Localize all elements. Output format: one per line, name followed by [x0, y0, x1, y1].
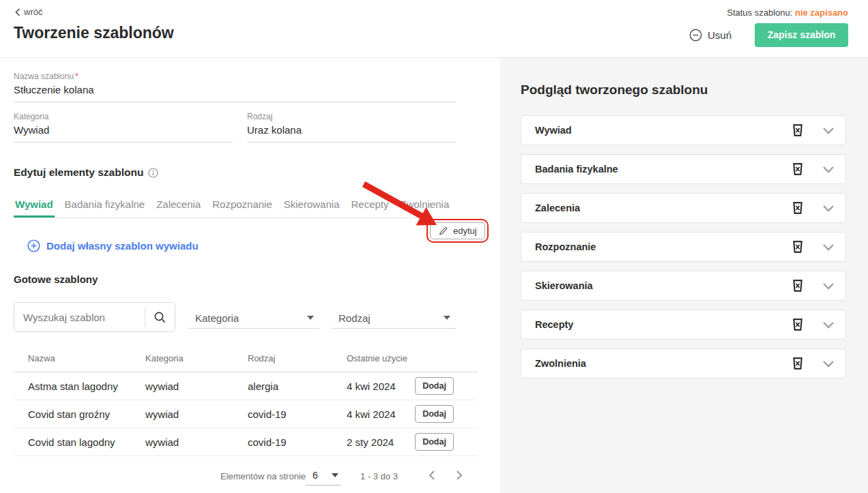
save-template-button[interactable]: Zapisz szablon	[755, 23, 848, 47]
template-kind-label: Rodzaj	[247, 112, 456, 121]
templates-table: Nazwa Kategoria Rodzaj Ostatnie użycie A…	[14, 344, 478, 456]
preview-section-zalecenia[interactable]: Zalecenia	[521, 193, 846, 223]
column-header-rodzaj: Rodzaj	[248, 353, 347, 363]
cell-last-used: 4 kwi 2024	[347, 380, 415, 392]
template-kind-value: Uraz kolana	[247, 124, 456, 142]
add-own-template-label: Dodaj własny szablon wywiadu	[46, 240, 199, 252]
preview-section-recepty[interactable]: Recepty	[521, 310, 846, 340]
delete-button[interactable]: Usuń	[689, 29, 732, 42]
column-header-kategoria: Kategoria	[145, 353, 248, 363]
chevron-down-icon[interactable]	[822, 282, 835, 290]
trash-x-icon[interactable]	[792, 123, 804, 137]
cell-name: Covid stan lagodny	[28, 436, 145, 448]
tab-wywiad[interactable]: Wywiad	[14, 198, 55, 218]
header: wróć Tworzenie szablonów Status szablonu…	[0, 0, 868, 58]
header-actions: Usuń Zapisz szablon	[689, 23, 848, 47]
trash-x-icon[interactable]	[792, 357, 804, 370]
section-label: Badania fizykalne	[535, 164, 792, 175]
cell-name: Astma stan lagodny	[28, 380, 145, 392]
template-category-label: Kategoria	[14, 112, 233, 121]
info-circle-icon[interactable]	[148, 168, 158, 178]
trash-x-icon[interactable]	[792, 162, 804, 176]
edit-button-label: edytuj	[453, 226, 477, 236]
chevron-down-icon	[444, 316, 450, 320]
cell-kind: covid-19	[248, 436, 347, 448]
add-row-button[interactable]: Dodaj	[415, 377, 454, 395]
tab-badania-fizykalne[interactable]: Badania fizykalne	[63, 198, 147, 218]
table-row: Covid stan groźny wywiad covid-19 4 kwi …	[14, 400, 478, 428]
cell-kind: alergia	[248, 380, 347, 392]
preview-section-rozpoznanie[interactable]: Rozpoznanie	[521, 232, 846, 262]
cell-last-used: 2 sty 2024	[347, 436, 415, 448]
status-value: nie zapisano	[795, 8, 848, 18]
edit-button[interactable]: edytuj	[430, 222, 485, 239]
page-title: Tworzenie szablonów	[14, 24, 174, 42]
section-label: Zalecenia	[535, 203, 792, 213]
trash-x-icon[interactable]	[792, 318, 804, 331]
table-row: Covid stan lagodny wywiad covid-19 2 sty…	[14, 428, 478, 456]
tab-rozpoznanie[interactable]: Rozpoznanie	[211, 198, 274, 218]
tab-skierowania[interactable]: Skierowania	[283, 198, 341, 218]
search-input[interactable]	[14, 312, 145, 323]
section-label: Skierowania	[535, 280, 792, 291]
add-row-button[interactable]: Dodaj	[415, 433, 454, 451]
section-label: Rozpoznanie	[535, 241, 792, 252]
search-box	[14, 302, 175, 332]
per-page-select[interactable]: 6	[306, 466, 341, 485]
cell-category: wywiad	[145, 436, 248, 448]
preview-section-zwolnienia[interactable]: Zwolnienia	[521, 348, 846, 378]
chevron-down-icon[interactable]	[822, 321, 835, 329]
search-button[interactable]	[145, 303, 175, 331]
column-header-ostatnie-uzycie: Ostatnie użycie	[347, 353, 415, 363]
preview-heading: Podgląd tworzonego szablonu	[521, 83, 708, 98]
minus-circle-icon	[689, 29, 702, 42]
edit-elements-heading: Edytuj elementy szablonu	[14, 166, 158, 179]
per-page-label: Elementów na stronie	[220, 471, 306, 481]
preview-section-wywiad[interactable]: Wywiad	[521, 115, 846, 145]
preview-section-skierowania[interactable]: Skierowania	[521, 271, 846, 301]
template-name-value: Stłuczenie kolana	[14, 84, 456, 102]
kind-filter-value: Rodzaj	[338, 312, 371, 324]
cell-category: wywiad	[145, 408, 248, 420]
trash-x-icon[interactable]	[792, 279, 804, 293]
chevron-down-icon[interactable]	[822, 127, 835, 134]
chevron-down-icon	[307, 316, 314, 320]
section-label: Zwolnienia	[535, 358, 792, 369]
trash-x-icon[interactable]	[792, 240, 804, 254]
add-row-button[interactable]: Dodaj	[415, 405, 454, 423]
chevron-left-icon	[427, 470, 437, 481]
template-category-field[interactable]: Kategoria Wywiad	[14, 112, 233, 143]
category-filter-value: Kategoria	[195, 312, 239, 324]
back-label: wróć	[24, 7, 42, 17]
trash-x-icon[interactable]	[792, 201, 804, 215]
ready-templates-heading: Gotowe szablony	[14, 273, 98, 285]
template-name-field[interactable]: Nazwa szablonu* Stłuczenie kolana	[14, 72, 456, 102]
chevron-left-icon	[15, 8, 20, 16]
back-link[interactable]: wróć	[15, 7, 42, 17]
tab-zwolnienia[interactable]: Zwolnienia	[399, 198, 451, 218]
tab-recepty[interactable]: Recepty	[349, 198, 390, 218]
category-filter-select[interactable]: Kategoria	[188, 308, 319, 329]
pagination-prev-button[interactable]	[424, 468, 439, 483]
chevron-down-icon[interactable]	[822, 166, 835, 173]
element-tabs: Wywiad Badania fizykalne Zalecenia Rozpo…	[14, 198, 429, 218]
section-label: Wywiad	[535, 125, 792, 136]
template-preview-panel: Podgląd tworzonego szablonu Wywiad Badan…	[500, 58, 868, 493]
kind-filter-select[interactable]: Rodzaj	[332, 308, 456, 329]
chevron-down-icon[interactable]	[822, 243, 835, 251]
template-kind-field[interactable]: Rodzaj Uraz kolana	[247, 112, 456, 143]
chevron-down-icon[interactable]	[822, 205, 835, 212]
status-text: Status szablonu: nie zapisano	[727, 8, 848, 18]
add-own-template-link[interactable]: Dodaj własny szablon wywiadu	[27, 239, 199, 252]
chevron-down-icon[interactable]	[822, 360, 835, 368]
pagination-range: 1 - 3 do 3	[360, 471, 398, 481]
status-label: Status szablonu:	[727, 8, 792, 18]
pagination-next-button[interactable]	[452, 468, 467, 483]
column-header-nazwa: Nazwa	[28, 353, 145, 363]
table-row: Astma stan lagodny wywiad alergia 4 kwi …	[14, 372, 478, 400]
preview-section-badania-fizykalne[interactable]: Badania fizykalne	[521, 154, 846, 184]
required-asterisk: *	[75, 72, 78, 81]
table-header-row: Nazwa Kategoria Rodzaj Ostatnie użycie	[14, 344, 478, 372]
template-editor-panel: Nazwa szablonu* Stłuczenie kolana Katego…	[0, 58, 500, 493]
tab-zalecenia[interactable]: Zalecenia	[155, 198, 202, 218]
